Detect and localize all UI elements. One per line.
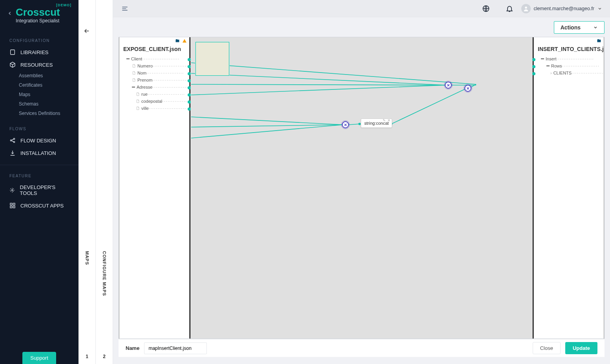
tree-row[interactable]: Nom·····················: [119, 69, 189, 76]
tree-row[interactable]: Rows·····················: [534, 62, 604, 69]
function-node-string-concat[interactable]: ✎✕ string:concat: [361, 118, 392, 128]
hamburger-icon[interactable]: [121, 5, 129, 13]
book-icon: [9, 49, 16, 55]
svg-line-17: [191, 125, 343, 127]
brand-name: Crosscut: [16, 7, 71, 17]
actions-button[interactable]: Actions: [554, 21, 605, 34]
svg-rect-8: [13, 206, 15, 208]
nav-apps-label: CROSSCUT APPS: [20, 203, 64, 209]
connector-port[interactable]: [188, 79, 191, 82]
avatar-icon: [521, 4, 531, 13]
merge-node[interactable]: ✕: [445, 82, 452, 89]
svg-line-12: [191, 73, 446, 85]
minimap[interactable]: [195, 42, 229, 76]
tree-row[interactable]: Numero·····················: [119, 62, 189, 69]
nav-sub-services[interactable]: Services Definitions: [0, 109, 79, 118]
mapping-canvas[interactable]: ✕ ✕ ✕ ✎✕ string:concat EXPOSE_CLIENT.jso: [119, 37, 605, 339]
download-icon: [9, 150, 16, 156]
cube-icon: [9, 62, 16, 68]
workspace: Actions: [113, 17, 610, 364]
tree-label: rue: [141, 92, 148, 96]
tree-row[interactable]: Prenom·····················: [119, 76, 189, 84]
tree-row[interactable]: Insert·····················: [534, 55, 604, 62]
nav-flow-design-label: FLOW DESIGN: [20, 138, 56, 144]
svg-line-13: [191, 84, 446, 85]
tree-label: Numero: [137, 64, 153, 68]
collapse-icon: [126, 58, 130, 59]
edit-icon[interactable]: ✎: [383, 118, 386, 122]
rail-configure-label: CONFIGURE MAPS: [102, 251, 107, 296]
rail-configure: CONFIGURE MAPS 2: [96, 0, 113, 364]
merge-node[interactable]: ✕: [342, 121, 349, 128]
svg-point-10: [525, 6, 527, 8]
aperture-icon[interactable]: [482, 5, 490, 13]
sidebar-header: [DEMO] Crosscut Integration Specialist: [0, 0, 79, 30]
connector-port[interactable]: [532, 65, 535, 68]
close-icon[interactable]: ✕: [387, 118, 391, 122]
tree-row[interactable]: Adresse·····················: [119, 84, 189, 91]
nav-resources-label: RESOURCES: [20, 62, 53, 68]
connector-port[interactable]: [188, 100, 191, 104]
svg-line-11: [191, 63, 476, 84]
tree-row[interactable]: codepostal·····················: [119, 98, 189, 105]
nav-flow-design[interactable]: FLOW DESIGN: [0, 134, 79, 147]
folder-icon[interactable]: [175, 38, 180, 43]
tree-row[interactable]: ›CLIENTS·····················: [534, 69, 604, 76]
file-icon: [136, 106, 140, 111]
nav-apps[interactable]: CROSSCUT APPS: [0, 199, 79, 212]
svg-rect-5: [10, 203, 12, 205]
nav-sub-schemas[interactable]: Schemas: [0, 99, 79, 109]
name-label: Name: [126, 345, 139, 351]
file-icon: [136, 99, 140, 104]
topbar: clement.marche@nuageo.fr: [113, 0, 610, 17]
connector-port[interactable]: [188, 107, 191, 111]
brand-subtitle: Integration Specialist: [16, 18, 71, 24]
connector-port[interactable]: [188, 86, 191, 89]
tree-row[interactable]: ville·····················: [119, 105, 189, 112]
nav-devtools[interactable]: DEVELOPER'S TOOLS: [0, 181, 79, 199]
merge-node[interactable]: ✕: [464, 85, 471, 92]
chevron-down-icon: [597, 6, 602, 11]
tree-row[interactable]: rue·····················: [119, 91, 189, 98]
tree-label: Prenom: [137, 78, 153, 82]
connector-port[interactable]: [188, 93, 191, 96]
nav-librairies-label: LIBRAIRIES: [20, 49, 49, 55]
nav-sub-certificates[interactable]: Certificates: [0, 80, 79, 90]
collapse-icon: [546, 66, 550, 66]
svg-line-16: [191, 117, 343, 125]
rail-maps: MAPS 1: [79, 0, 96, 364]
tree-row[interactable]: Client·····················: [119, 55, 189, 62]
update-button[interactable]: Update: [565, 342, 597, 354]
support-button[interactable]: Support: [22, 352, 56, 364]
wires: [119, 37, 604, 339]
section-configuration: CONFIGURATION: [0, 30, 79, 46]
source-title: EXPOSE_CLIENT.json: [119, 44, 189, 55]
nav-installation[interactable]: INSTALLATION: [0, 147, 79, 159]
nav-sub-maps[interactable]: Maps: [0, 90, 79, 99]
svg-line-19: [349, 124, 360, 125]
rail-configure-number: 2: [103, 354, 106, 359]
map-name-input[interactable]: [144, 342, 207, 354]
target-title: INSERT_INTO_CLIENTS.json: [534, 44, 604, 55]
section-feature: FEATURE: [0, 165, 79, 181]
rail-maps-label: MAPS: [85, 251, 89, 265]
tree-label: Client: [131, 56, 142, 61]
svg-point-4: [11, 189, 13, 191]
nav-sub-assemblies[interactable]: Assemblies: [0, 71, 79, 80]
actions-label: Actions: [561, 24, 581, 31]
connector-port[interactable]: [188, 65, 191, 68]
connector-port[interactable]: [188, 72, 191, 75]
file-icon: [136, 92, 140, 96]
connector-port[interactable]: [188, 58, 191, 61]
nav-resources[interactable]: RESOURCES: [0, 58, 79, 71]
connector-port[interactable]: [532, 72, 535, 75]
connector-port[interactable]: [532, 58, 535, 61]
folder-icon[interactable]: [597, 38, 601, 43]
back-icon[interactable]: [83, 27, 90, 36]
nav-librairies[interactable]: LIBRAIRIES: [0, 46, 79, 58]
user-menu[interactable]: clement.marche@nuageo.fr: [521, 4, 602, 13]
bell-icon[interactable]: [506, 5, 513, 13]
collapse-sidebar-icon[interactable]: [7, 11, 13, 16]
tree-label: Insert: [546, 56, 557, 61]
close-button[interactable]: Close: [533, 342, 561, 354]
